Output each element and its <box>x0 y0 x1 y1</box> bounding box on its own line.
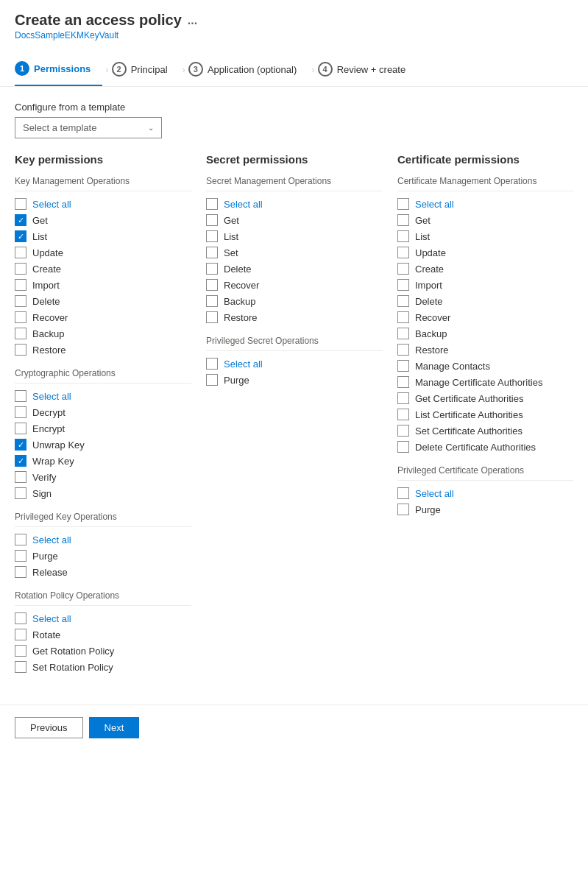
wizard-step-permissions[interactable]: 1 Permissions <box>15 52 102 86</box>
key-mgmt-select-all-label[interactable]: Select all <box>32 199 71 210</box>
priv-secret-select-all-label[interactable]: Select all <box>224 359 263 370</box>
cert-manage-ca-label[interactable]: Manage Certificate Authorities <box>415 377 542 388</box>
secret-backup-label[interactable]: Backup <box>224 296 255 307</box>
rotation-set-row: Set Rotation Policy <box>15 659 191 675</box>
key-import-label[interactable]: Import <box>32 280 60 291</box>
secret-mgmt-ops-title: Secret Management Operations <box>206 176 383 186</box>
key-mgmt-select-all-cb[interactable] <box>15 198 26 210</box>
key-mgmt-ops-title: Key Management Operations <box>15 176 191 186</box>
cert-create-label[interactable]: Create <box>415 264 444 275</box>
next-button[interactable]: Next <box>89 717 140 738</box>
cert-recover-label[interactable]: Recover <box>415 312 450 323</box>
rotation-get-row: Get Rotation Policy <box>15 643 191 659</box>
crypto-decrypt-label[interactable]: Decrypt <box>32 407 65 418</box>
rotation-get-label[interactable]: Get Rotation Policy <box>32 646 114 657</box>
secret-restore-row: Restore <box>206 309 383 325</box>
key-recover-label[interactable]: Recover <box>32 312 68 323</box>
secret-delete-label[interactable]: Delete <box>224 264 252 275</box>
rotation-set-label[interactable]: Set Rotation Policy <box>32 662 113 673</box>
cert-restore-label[interactable]: Restore <box>415 345 449 356</box>
cert-update-label[interactable]: Update <box>415 247 446 258</box>
key-backup-label[interactable]: Backup <box>32 328 64 339</box>
key-create-row: Create <box>15 261 191 277</box>
cert-backup-row: Backup <box>397 325 573 342</box>
key-create-label[interactable]: Create <box>32 264 61 275</box>
cert-backup-label[interactable]: Backup <box>415 328 447 339</box>
crypto-wrapkey-label[interactable]: Wrap Key <box>32 456 74 467</box>
step-circle-1: 1 <box>15 61 29 76</box>
cert-select-all-label[interactable]: Select all <box>415 199 454 210</box>
crypto-unwrapkey-label[interactable]: Unwrap Key <box>32 439 85 451</box>
cert-manage-contacts-label[interactable]: Manage Contacts <box>415 361 490 372</box>
key-permissions-title: Key permissions <box>15 153 191 166</box>
crypto-sign-label[interactable]: Sign <box>32 488 52 499</box>
crypto-select-all-label[interactable]: Select all <box>32 391 71 402</box>
secret-set-label[interactable]: Set <box>224 247 238 258</box>
crypto-verify-label[interactable]: Verify <box>32 472 57 483</box>
priv-secret-purge-label[interactable]: Purge <box>224 375 249 386</box>
crypto-unwrapkey-row: Unwrap Key <box>15 437 191 453</box>
secret-get-row: Get <box>206 212 383 228</box>
cert-delete-ca-row: Delete Certificate Authorities <box>397 439 573 455</box>
secret-select-all-label[interactable]: Select all <box>224 199 263 210</box>
secret-permissions-column: Secret permissions Secret Management Ope… <box>206 153 383 675</box>
key-list-label[interactable]: List <box>32 231 47 242</box>
priv-key-release-label[interactable]: Release <box>32 567 68 578</box>
rotation-rotate-label[interactable]: Rotate <box>32 629 60 640</box>
wizard-step-application[interactable]: 3 Application (optional) <box>188 53 308 85</box>
secret-backup-row: Backup <box>206 293 383 309</box>
template-dropdown[interactable]: Select a template ⌄ <box>15 117 162 138</box>
priv-key-purge-row: Purge <box>15 548 191 564</box>
priv-secret-purge-row: Purge <box>206 372 383 388</box>
page-title: Create an access policy <box>15 12 182 29</box>
key-update-label[interactable]: Update <box>32 247 63 258</box>
permissions-grid: Key permissions Key Management Operation… <box>15 153 573 675</box>
step-label-principal: Principal <box>131 64 168 75</box>
key-get-label[interactable]: Get <box>32 215 48 226</box>
key-update-row: Update <box>15 244 191 261</box>
cert-list-label[interactable]: List <box>415 231 430 242</box>
secret-recover-label[interactable]: Recover <box>224 280 259 291</box>
rotation-select-all-label[interactable]: Select all <box>32 613 71 624</box>
step-sep-1: › <box>105 64 108 75</box>
key-delete-label[interactable]: Delete <box>32 296 60 307</box>
secret-get-label[interactable]: Get <box>224 215 239 226</box>
cert-create-row: Create <box>397 261 573 277</box>
priv-key-select-all-row: Select all <box>15 531 191 548</box>
key-delete-row: Delete <box>15 293 191 309</box>
cert-import-label[interactable]: Import <box>415 280 442 291</box>
crypto-encrypt-label[interactable]: Encrypt <box>32 423 65 434</box>
priv-cert-purge-row: Purge <box>397 501 573 518</box>
step-label-review: Review + create <box>337 64 406 75</box>
cert-set-ca-label[interactable]: Set Certificate Authorities <box>415 425 523 437</box>
cert-list-ca-label[interactable]: List Certificate Authorities <box>415 409 523 420</box>
priv-key-purge-label[interactable]: Purge <box>32 551 58 562</box>
cert-import-row: Import <box>397 277 573 293</box>
priv-key-select-all-label[interactable]: Select all <box>32 534 71 545</box>
secret-restore-label[interactable]: Restore <box>224 312 258 323</box>
cert-manage-contacts-row: Manage Contacts <box>397 358 573 374</box>
rotation-ops-title: Rotation Policy Operations <box>15 590 191 601</box>
cert-get-label[interactable]: Get <box>415 215 431 226</box>
template-placeholder: Select a template <box>23 122 96 133</box>
priv-key-release-row: Release <box>15 564 191 580</box>
priv-cert-select-all-label[interactable]: Select all <box>415 488 454 499</box>
cert-delete-ca-label[interactable]: Delete Certificate Authorities <box>415 442 536 453</box>
cert-delete-label[interactable]: Delete <box>415 296 443 307</box>
cert-list-ca-row: List Certificate Authorities <box>397 406 573 423</box>
secret-list-label[interactable]: List <box>224 231 238 242</box>
priv-cert-purge-label[interactable]: Purge <box>415 504 441 515</box>
crypto-ops-title: Cryptographic Operations <box>15 368 191 378</box>
cert-get-ca-row: Get Certificate Authorities <box>397 390 573 406</box>
secret-set-row: Set <box>206 244 383 261</box>
key-restore-label[interactable]: Restore <box>32 345 66 356</box>
wizard-step-review[interactable]: 4 Review + create <box>318 53 418 85</box>
rotation-select-all-row: Select all <box>15 610 191 626</box>
previous-button[interactable]: Previous <box>15 717 83 738</box>
priv-cert-select-all-row: Select all <box>397 485 573 501</box>
certificate-permissions-title: Certificate permissions <box>397 153 573 166</box>
wizard-step-principal[interactable]: 2 Principal <box>112 53 180 85</box>
cert-recover-row: Recover <box>397 309 573 325</box>
cert-get-ca-label[interactable]: Get Certificate Authorities <box>415 393 523 404</box>
crypto-encrypt-row: Encrypt <box>15 420 191 437</box>
